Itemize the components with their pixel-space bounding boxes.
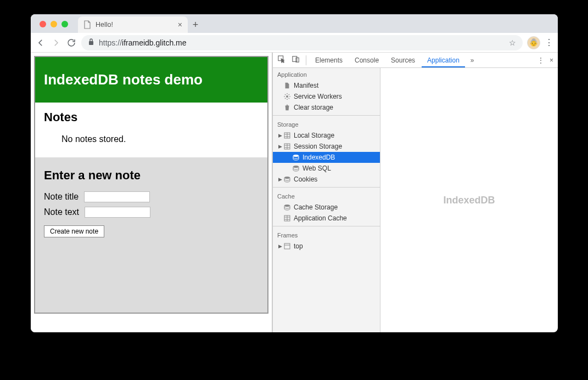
new-note-form: Enter a new note Note title Note text Cr…	[35, 157, 267, 313]
svg-point-7	[293, 155, 299, 157]
group-storage: Storage	[273, 118, 380, 130]
create-note-button[interactable]: Create new note	[44, 225, 104, 237]
url-text: https://iframeidb.glitch.me	[99, 38, 187, 47]
inspect-icon[interactable]	[275, 55, 288, 65]
content-area: IndexedDB notes demo Notes No notes stor…	[31, 53, 558, 332]
database-icon	[293, 165, 299, 172]
expand-icon[interactable]: ▶	[278, 243, 282, 249]
devtools-main-placeholder: IndexedDB	[380, 68, 558, 332]
tab-application[interactable]: Application	[422, 53, 465, 67]
notes-app: IndexedDB notes demo Notes No notes stor…	[34, 56, 268, 314]
trash-icon	[284, 104, 290, 111]
form-heading: Enter a new note	[44, 168, 259, 183]
tab-strip: Hello! × +	[31, 14, 558, 33]
notes-heading: Notes	[44, 110, 259, 124]
devtools-menu-icon[interactable]: ⋮	[537, 56, 544, 64]
table-icon	[284, 215, 290, 222]
gear-icon	[284, 93, 290, 100]
more-tabs-icon[interactable]: »	[466, 56, 479, 64]
new-tab-button[interactable]: +	[188, 19, 203, 33]
maximize-window-button[interactable]	[61, 21, 68, 27]
sidebar-item-application-cache[interactable]: Application Cache	[273, 213, 380, 224]
database-icon	[293, 154, 299, 161]
sidebar-item-service-workers[interactable]: Service Workers	[273, 91, 380, 102]
close-tab-icon[interactable]: ×	[178, 20, 182, 29]
note-title-input[interactable]	[84, 191, 150, 202]
sidebar-item-local-storage[interactable]: ▶ Local Storage	[273, 130, 380, 141]
sidebar-item-cache-storage[interactable]: Cache Storage	[273, 202, 380, 213]
browser-window: Hello! × + https://iframeidb.glitch.me ☆…	[31, 14, 558, 332]
sidebar-item-clear-storage[interactable]: Clear storage	[273, 102, 380, 113]
devtools-body: Application Manifest Service Workers Cle…	[273, 68, 558, 332]
expand-icon[interactable]: ▶	[278, 144, 282, 149]
reload-button[interactable]	[66, 37, 77, 48]
svg-point-10	[284, 205, 290, 207]
expand-icon[interactable]: ▶	[278, 177, 282, 182]
database-icon	[284, 204, 290, 211]
group-frames: Frames	[273, 229, 380, 241]
svg-point-9	[284, 177, 290, 179]
back-button[interactable]	[35, 37, 46, 48]
tab-sources[interactable]: Sources	[385, 53, 421, 67]
window-controls	[36, 21, 72, 33]
table-icon	[284, 132, 290, 139]
table-icon	[284, 143, 290, 150]
tab-console[interactable]: Console	[349, 53, 384, 67]
note-text-input[interactable]	[85, 207, 150, 218]
devtools-close-icon[interactable]: ×	[550, 56, 553, 64]
sidebar-item-indexeddb[interactable]: IndexedDB	[273, 152, 380, 163]
page-icon	[83, 20, 91, 29]
close-window-button[interactable]	[40, 21, 46, 27]
browser-tab[interactable]: Hello! ×	[78, 16, 188, 33]
svg-rect-0	[89, 41, 93, 45]
app-title: IndexedDB notes demo	[35, 57, 267, 103]
database-icon	[284, 176, 290, 183]
kebab-menu-icon[interactable]: ⋮	[545, 37, 553, 48]
minimize-window-button[interactable]	[51, 21, 57, 27]
svg-point-8	[293, 166, 299, 168]
notes-list-section: Notes No notes stored.	[35, 103, 267, 157]
lock-icon	[88, 38, 94, 47]
svg-rect-12	[284, 243, 290, 249]
page-viewport: IndexedDB notes demo Notes No notes stor…	[31, 53, 272, 332]
notes-empty-message: No notes stored.	[44, 132, 259, 150]
group-application: Application	[273, 68, 380, 80]
expand-icon[interactable]: ▶	[278, 133, 282, 138]
svg-point-4	[286, 95, 288, 98]
note-text-label: Note text	[44, 207, 79, 217]
profile-avatar[interactable]: 👵	[527, 36, 540, 49]
sidebar-item-session-storage[interactable]: ▶ Session Storage	[273, 141, 380, 152]
tab-elements[interactable]: Elements	[310, 53, 348, 67]
sidebar-item-manifest[interactable]: Manifest	[273, 80, 380, 91]
group-cache: Cache	[273, 190, 380, 202]
note-title-label: Note title	[44, 192, 79, 202]
bookmark-icon[interactable]: ☆	[509, 38, 516, 47]
sidebar-item-cookies[interactable]: ▶ Cookies	[273, 174, 380, 185]
forward-button[interactable]	[51, 37, 61, 48]
device-toggle-icon[interactable]	[289, 55, 303, 65]
tab-title: Hello!	[96, 21, 173, 29]
address-bar[interactable]: https://iframeidb.glitch.me ☆	[81, 35, 523, 50]
devtools-tabbar: Elements Console Sources Application » ⋮…	[273, 53, 558, 68]
application-sidebar: Application Manifest Service Workers Cle…	[273, 68, 380, 332]
sidebar-item-web-sql[interactable]: Web SQL	[273, 163, 380, 174]
browser-toolbar: https://iframeidb.glitch.me ☆ 👵 ⋮	[31, 33, 558, 53]
file-icon	[284, 82, 290, 89]
frame-icon	[284, 243, 290, 249]
sidebar-item-frame-top[interactable]: ▶ top	[273, 241, 380, 252]
devtools-panel: Elements Console Sources Application » ⋮…	[272, 53, 558, 332]
